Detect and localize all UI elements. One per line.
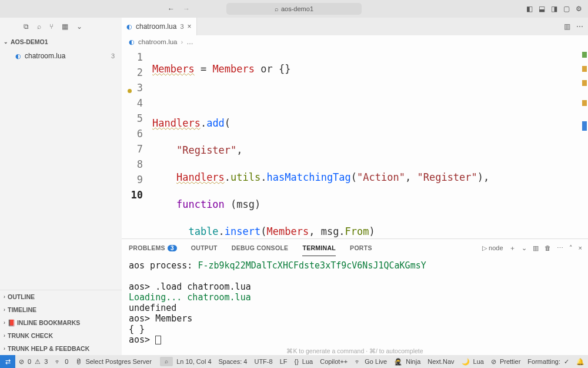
status-eol[interactable]: LF — [276, 358, 291, 365]
remote-icon: ⇄ — [5, 359, 11, 365]
search-icon: ⌕ — [165, 359, 168, 364]
chevron-down-icon[interactable]: ⌄ — [76, 23, 82, 30]
status-diagnostics[interactable]: ⊘0 ⚠3 — [15, 358, 51, 365]
status-prettier[interactable]: ⊘ Prettier — [487, 358, 524, 365]
bell-icon: 🔔 — [576, 359, 584, 365]
broadcast-icon: ᯤ — [355, 359, 361, 365]
split-editor-icon[interactable]: ▥ — [564, 23, 570, 30]
sidebar-section-outline[interactable]: ›OUTLINE — [0, 290, 122, 303]
line-number-gutter: 12345678910 — [122, 48, 149, 238]
layout-panel-icon[interactable]: ⬓ — [539, 5, 545, 12]
terminal-content[interactable]: aos process: F-zb9kq22MDalTcXHCFdste3xTf… — [122, 257, 588, 355]
sidebar-section-inline-bookmarks[interactable]: ›📕 INLINE BOOKMARKS — [0, 316, 122, 329]
warning-icon: ⚠ — [35, 359, 41, 365]
split-terminal-icon[interactable]: ▥ — [533, 245, 539, 251]
terminal-cursor — [155, 336, 161, 344]
close-panel-icon[interactable]: × — [579, 245, 582, 251]
nav-forward-icon[interactable]: → — [183, 5, 190, 12]
status-notifications[interactable]: 🔔 — [573, 359, 588, 365]
ninja-icon: 🥷 — [394, 359, 402, 365]
code-editor[interactable]: 12345678910 Members = Members or {} Hand… — [122, 48, 588, 238]
lua-file-icon: ◐ — [15, 53, 21, 59]
workspace-header[interactable]: ⌄ AOS-DEMO1 — [0, 35, 122, 48]
file-name: chatroom.lua — [25, 52, 65, 60]
new-terminal-icon[interactable]: ＋ — [509, 245, 516, 251]
status-indentation[interactable]: Spaces: 4 — [215, 358, 251, 365]
code-content[interactable]: Members = Members or {} Handlers.add( "R… — [149, 48, 588, 238]
breadcrumb[interactable]: ◐ chatroom.lua › … — [122, 35, 588, 48]
layout-sidebar-left-icon[interactable]: ◧ — [526, 5, 533, 12]
command-center-search[interactable]: ⌕ aos-demo1 — [226, 3, 362, 15]
file-diagnostic-count: 3 — [111, 52, 115, 59]
search-icon: ⌕ — [275, 6, 279, 12]
bottom-panel: PROBLEMS3 OUTPUT DEBUG CONSOLE TERMINAL … — [122, 238, 588, 355]
status-lua[interactable]: 🌙Lua — [458, 358, 487, 365]
editor-tab[interactable]: ◐ chatroom.lua 3 × — [122, 18, 197, 35]
workspace-name: AOS-DEMO1 — [11, 38, 48, 45]
lua-status-icon: 🌙 — [462, 359, 470, 365]
error-icon: ⊘ — [19, 359, 24, 365]
terminal-dropdown-icon[interactable]: ⌄ — [522, 245, 527, 251]
status-nextnav[interactable]: Next.Nav — [424, 358, 457, 365]
search-text: aos-demo1 — [281, 5, 313, 12]
kill-terminal-icon[interactable]: 🗑 — [544, 245, 551, 251]
chevron-down-icon: ⌄ — [4, 39, 8, 45]
layout-sidebar-right-icon[interactable]: ◨ — [551, 5, 557, 12]
status-encoding[interactable]: UTF-8 — [250, 358, 276, 365]
lua-file-icon: ◐ — [129, 39, 135, 45]
status-cursor-position[interactable]: Ln 10, Col 4 — [173, 358, 215, 365]
status-ninja[interactable]: 🥷 Ninja — [390, 358, 424, 365]
tab-file-name: chatroom.lua — [136, 22, 176, 31]
settings-gear-icon[interactable]: ⚙ — [576, 5, 582, 12]
status-find-box[interactable]: ⌕ — [160, 357, 173, 366]
copy-icon[interactable]: ⧉ — [24, 23, 29, 30]
status-copilot[interactable]: Copilot++ — [316, 358, 351, 365]
panel-tab-problems[interactable]: PROBLEMS3 — [129, 244, 177, 251]
terminal-hint: ⌘K to generate a command · ⌘/ to autocom… — [129, 347, 581, 354]
status-language-mode[interactable]: {} Lua — [290, 358, 316, 365]
more-actions-icon[interactable]: ⋯ — [557, 245, 563, 251]
status-postgres[interactable]: 🛢Select Postgres Server — [72, 358, 155, 365]
nav-back-icon[interactable]: ← — [168, 5, 175, 12]
terminal-profile-label[interactable]: ▷ node — [482, 244, 503, 252]
overview-ruler[interactable] — [581, 48, 588, 238]
status-formatting[interactable]: Formatting: ✓ — [524, 358, 573, 365]
panel-tab-terminal[interactable]: TERMINAL — [302, 244, 336, 256]
sidebar-section-timeline[interactable]: ›TIMELINE — [0, 303, 122, 316]
search-icon[interactable]: ⌕ — [37, 23, 41, 30]
prettier-icon: ⊘ — [491, 359, 496, 365]
sidebar-section-trunk-check[interactable]: ›TRUNK CHECK — [0, 329, 122, 342]
check-icon: ✓ — [564, 359, 569, 365]
status-radio[interactable]: ᯤ0 — [51, 358, 72, 365]
database-icon: 🛢 — [75, 359, 82, 365]
editor-tab-bar: ◐ chatroom.lua 3 × ▥ ⋯ — [122, 18, 588, 35]
remote-indicator[interactable]: ⇄ — [0, 355, 15, 368]
panel-tab-output[interactable]: OUTPUT — [191, 244, 218, 251]
status-go-live[interactable]: ᯤ Go Live — [351, 358, 390, 365]
layout-customize-icon[interactable]: ▢ — [563, 5, 570, 12]
more-actions-icon[interactable]: ⋯ — [576, 23, 583, 30]
explorer-sidebar: ⧉ ⌕ ⑂ ▦ ⌄ ⌄ AOS-DEMO1 ◐ chatroom.lua 3 ›… — [0, 18, 122, 355]
breadcrumb-more: … — [186, 38, 193, 45]
maximize-panel-icon[interactable]: ˄ — [569, 245, 573, 251]
panel-tab-ports[interactable]: PORTS — [350, 244, 372, 251]
problems-badge: 3 — [168, 245, 177, 251]
extensions-icon[interactable]: ▦ — [62, 23, 68, 30]
close-tab-icon[interactable]: × — [188, 23, 192, 30]
file-tree-item[interactable]: ◐ chatroom.lua 3 — [0, 49, 122, 62]
lua-file-icon: ◐ — [126, 24, 132, 30]
status-bar: ⇄ ⊘0 ⚠3 ᯤ0 🛢Select Postgres Server ⌕ Ln … — [0, 355, 588, 368]
braces-icon: {} — [294, 359, 298, 365]
source-control-icon[interactable]: ⑂ — [49, 23, 54, 30]
breadcrumb-file: chatroom.lua — [138, 38, 177, 45]
radio-tower-icon: ᯤ — [55, 359, 61, 365]
sidebar-section-trunk-help[interactable]: ›TRUNK HELP & FEEDBACK — [0, 342, 122, 355]
tab-diagnostic-count: 3 — [180, 23, 183, 30]
title-bar: ← → ⌕ aos-demo1 ◧ ⬓ ◨ ▢ ⚙ — [0, 0, 588, 18]
panel-tab-debug-console[interactable]: DEBUG CONSOLE — [232, 244, 289, 251]
